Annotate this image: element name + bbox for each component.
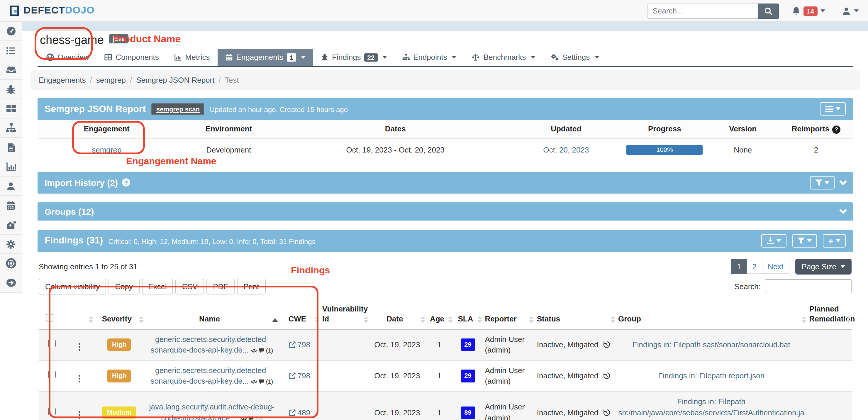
user-menu[interactable]: [842, 6, 859, 16]
col-name[interactable]: Name: [144, 300, 279, 329]
page-size-button[interactable]: Page Size: [795, 259, 851, 274]
app-logo[interactable]: DEFECTDOJO: [0, 5, 94, 17]
row-checkbox[interactable]: [48, 339, 55, 347]
status-text: Inactive, Mitigated: [537, 371, 598, 380]
print-button[interactable]: Print: [237, 278, 266, 294]
tab-findings[interactable]: Findings 22: [313, 49, 395, 66]
collapse-chevron-icon[interactable]: [839, 177, 846, 185]
breadcrumb-semgrep[interactable]: semgrep: [96, 76, 126, 85]
sidebar-item-reports[interactable]: [0, 138, 22, 157]
table-search-input[interactable]: [765, 279, 851, 293]
sidebar-item-benchmarks[interactable]: [0, 215, 22, 235]
kebab-menu-icon[interactable]: [75, 410, 84, 420]
sidebar-item-logout[interactable]: [0, 273, 22, 293]
breadcrumb-engagements[interactable]: Engagements: [39, 76, 86, 85]
sort-icons: [846, 316, 851, 323]
gears-icon: [550, 53, 559, 61]
chevron-down-icon: [301, 56, 306, 59]
import-filter-button[interactable]: [810, 176, 835, 189]
groups-header[interactable]: Groups (12): [37, 202, 853, 220]
row-checkbox[interactable]: [48, 408, 55, 415]
grid-icon: [6, 103, 16, 114]
import-history-header[interactable]: Import History (2) ?: [37, 172, 853, 193]
cwe-link[interactable]: 798: [289, 371, 310, 380]
vulnerability-id-cell: [320, 392, 369, 420]
tab-metrics[interactable]: Metrics: [166, 49, 218, 66]
sidebar-item-findings[interactable]: [0, 80, 22, 99]
updated-link[interactable]: Oct. 20, 2023: [543, 145, 589, 154]
tab-components[interactable]: Components: [97, 49, 166, 66]
col-planned-remediation[interactable]: Planned Remediation: [807, 300, 851, 329]
help-icon[interactable]: ?: [122, 178, 130, 186]
excel-button[interactable]: Excel: [142, 278, 173, 294]
cwe-link[interactable]: 489: [289, 408, 310, 417]
findings-filter-button[interactable]: [792, 234, 817, 247]
sidebar-item-settings[interactable]: [0, 235, 22, 254]
col-severity[interactable]: Severity: [94, 300, 144, 329]
sidebar-item-metrics[interactable]: [0, 157, 22, 177]
col-age[interactable]: Age: [426, 300, 453, 329]
report-menu-button[interactable]: [820, 102, 846, 116]
search-button[interactable]: [758, 3, 779, 19]
history-icon[interactable]: [603, 340, 611, 348]
help-icon[interactable]: ?: [832, 125, 840, 133]
sidebar-item-list[interactable]: [0, 41, 22, 60]
download-button[interactable]: [761, 234, 786, 247]
next-page-button[interactable]: Next: [763, 259, 789, 274]
col-vulnerability-id[interactable]: Vulnerability Id: [320, 300, 369, 329]
page-2-button[interactable]: 2: [747, 259, 763, 274]
tab-settings[interactable]: Settings: [543, 49, 607, 66]
scan-type-badge[interactable]: semgrep scan: [152, 103, 205, 115]
severity-badge: Medium: [102, 407, 136, 419]
search-input[interactable]: [648, 3, 758, 19]
sitemap-icon: [402, 53, 410, 61]
page-1-button[interactable]: 1: [731, 259, 747, 274]
sla-badge: 29: [461, 370, 475, 383]
history-icon[interactable]: [603, 409, 611, 416]
sidebar-item-users[interactable]: [0, 177, 22, 196]
tab-benchmarks[interactable]: Benchmarks: [464, 49, 543, 66]
copy-button[interactable]: Copy: [108, 278, 139, 294]
tab-engagements[interactable]: Engagements 1: [218, 49, 313, 66]
findings-header: Findings (31) Critical: 0, High: 12, Med…: [37, 230, 853, 251]
sidebar-item-support[interactable]: [0, 254, 22, 273]
group-link[interactable]: Findings in: Filepath sast/sonar/sonarcl…: [632, 340, 790, 349]
col-engagement: Engagement: [37, 120, 176, 139]
sidebar-item-dashboard[interactable]: [0, 22, 22, 41]
column-visibility-button[interactable]: Column visibility: [39, 278, 106, 294]
product-name[interactable]: chess-game: [40, 33, 104, 46]
sort-icons[interactable]: [89, 316, 93, 323]
engagement-link[interactable]: semgrep: [92, 145, 121, 154]
finding-row: High generic.secrets.security.detected-s…: [39, 360, 851, 392]
sidebar-item-products[interactable]: [0, 60, 22, 80]
cwe-link[interactable]: 798: [289, 340, 310, 349]
col-sla[interactable]: SLA: [453, 300, 483, 329]
col-cwe[interactable]: CWE: [279, 300, 320, 329]
group-link[interactable]: Findings in: Filepath report.json: [658, 371, 765, 380]
chevron-down-icon: [840, 265, 845, 268]
sidebar-item-components[interactable]: [0, 99, 22, 119]
history-icon[interactable]: [603, 372, 611, 380]
home-flag-icon: [6, 219, 16, 230]
col-date[interactable]: Date: [369, 300, 426, 329]
sidebar-item-calendar[interactable]: [0, 196, 22, 215]
breadcrumb-report[interactable]: Semgrep JSON Report: [136, 76, 214, 85]
col-reporter[interactable]: Reporter: [483, 300, 534, 329]
select-all-checkbox[interactable]: [45, 314, 53, 322]
col-group[interactable]: Group: [616, 300, 807, 329]
pdf-button[interactable]: PDF: [207, 278, 235, 294]
kebab-menu-icon[interactable]: [75, 373, 84, 383]
col-status[interactable]: Status: [535, 300, 616, 329]
row-checkbox[interactable]: [48, 371, 55, 378]
add-finding-button[interactable]: +: [823, 234, 846, 247]
collapse-chevron-icon[interactable]: [839, 206, 846, 213]
tab-overview[interactable]: Overview: [39, 49, 97, 66]
engagements-count-badge: 1: [287, 53, 296, 61]
csv-button[interactable]: CSV: [176, 278, 204, 294]
tab-endpoints[interactable]: Endpoints: [395, 49, 464, 66]
sidebar-item-endpoints[interactable]: [0, 119, 22, 138]
comment-count: (1): [255, 415, 262, 420]
notifications-menu[interactable]: 14: [792, 6, 826, 16]
group-link[interactable]: Findings in: Filepath src/main/java/core…: [618, 397, 804, 420]
kebab-menu-icon[interactable]: [75, 342, 84, 352]
